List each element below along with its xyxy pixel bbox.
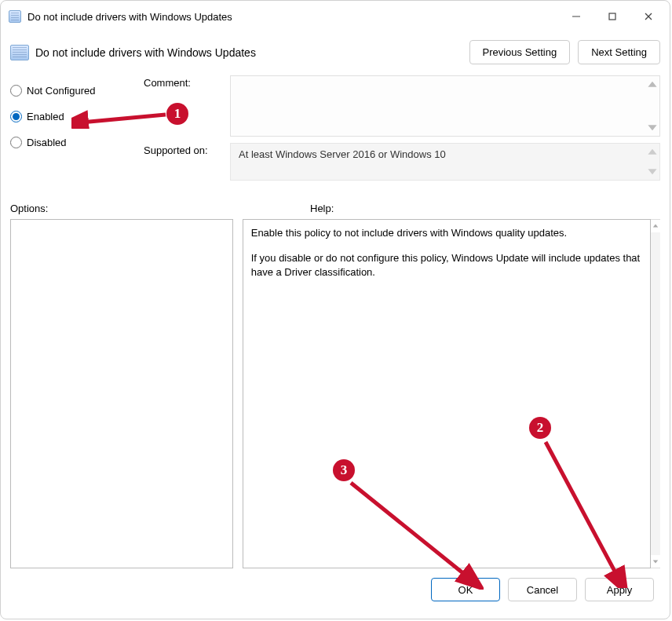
titlebar: Do not include drivers with Windows Upda… [1, 1, 670, 32]
annotation-badge-3: 3 [333, 459, 355, 481]
radio-not-configured[interactable] [10, 85, 22, 97]
radio-disabled-label: Disabled [27, 137, 67, 148]
comment-label: Comment: [144, 75, 230, 137]
help-paragraph: If you disable or do not configure this … [251, 251, 642, 279]
minimize-button[interactable] [558, 4, 594, 29]
cancel-button[interactable]: Cancel [508, 578, 577, 601]
radio-disabled[interactable] [10, 137, 22, 148]
scroll-down-icon [647, 166, 658, 177]
svg-marker-8 [653, 225, 658, 228]
svg-marker-5 [648, 125, 656, 130]
policy-icon [10, 45, 29, 60]
policy-header: Do not include drivers with Windows Upda… [10, 35, 660, 64]
state-radio-group: Not Configured Enabled Disabled [10, 75, 144, 163]
annotation-badge-2: 2 [529, 417, 551, 439]
apply-button[interactable]: Apply [585, 578, 654, 601]
scroll-down-icon[interactable] [651, 555, 660, 568]
policy-icon [9, 10, 21, 23]
next-setting-button[interactable]: Next Setting [578, 40, 660, 64]
scroll-up-icon [647, 79, 658, 90]
scroll-down-icon [647, 122, 658, 133]
close-button[interactable] [630, 4, 667, 29]
annotation-badge-1: 1 [166, 103, 188, 125]
svg-rect-1 [609, 13, 615, 20]
supported-on-field: At least Windows Server 2016 or Windows … [230, 143, 660, 181]
scroll-up-icon [647, 147, 658, 158]
svg-marker-4 [648, 82, 656, 87]
ok-button[interactable]: OK [431, 578, 500, 601]
options-label: Options: [10, 203, 310, 214]
group-policy-setting-dialog: Do not include drivers with Windows Upda… [0, 0, 670, 619]
policy-title: Do not include drivers with Windows Upda… [35, 46, 256, 59]
svg-marker-7 [648, 169, 656, 174]
comment-textarea[interactable] [230, 75, 660, 137]
radio-not-configured-label: Not Configured [27, 85, 95, 97]
help-paragraph: Enable this policy to not include driver… [251, 226, 642, 240]
window-title: Do not include drivers with Windows Upda… [27, 11, 232, 23]
supported-on-value: At least Windows Server 2016 or Windows … [239, 148, 446, 160]
previous-setting-button[interactable]: Previous Setting [469, 40, 571, 64]
svg-marker-9 [653, 560, 658, 563]
help-pane: Enable this policy to not include driver… [243, 219, 651, 568]
scroll-up-icon[interactable] [651, 220, 660, 232]
options-pane [10, 219, 233, 568]
maximize-button[interactable] [594, 4, 630, 29]
radio-enabled[interactable] [10, 111, 22, 122]
help-scrollbar[interactable] [651, 219, 660, 568]
help-label: Help: [310, 203, 334, 214]
radio-enabled-label: Enabled [27, 111, 64, 122]
supported-on-label: Supported on: [144, 143, 230, 181]
dialog-footer: OK Cancel Apply [10, 568, 660, 611]
svg-marker-6 [648, 149, 656, 155]
